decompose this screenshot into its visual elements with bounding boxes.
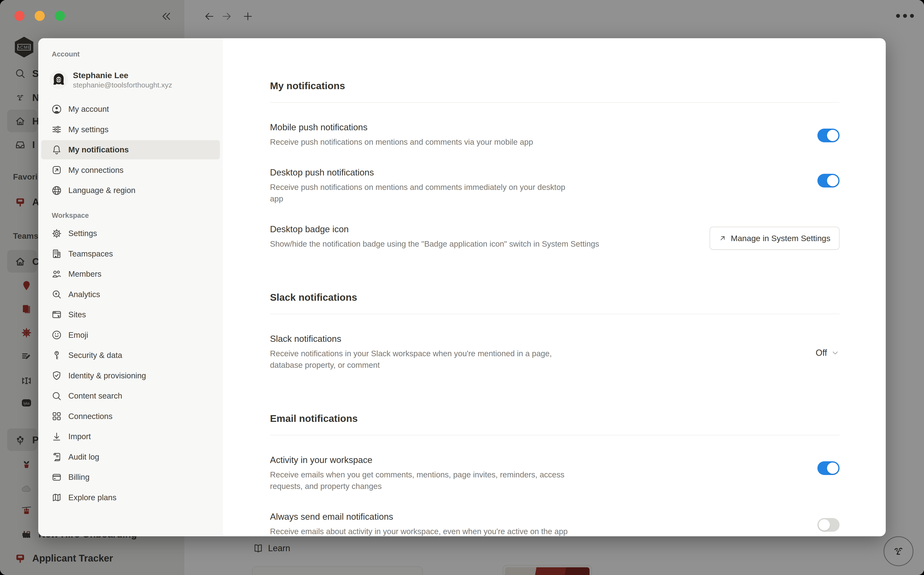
settings-nav-label: Content search — [69, 391, 122, 400]
settings-nav-item[interactable]: Identity & provisioning — [41, 366, 220, 385]
toggle-switch[interactable] — [817, 129, 840, 142]
account-section-header: Account — [41, 50, 220, 58]
settings-nav-item[interactable]: Connections — [41, 407, 220, 426]
settings-nav-item[interactable]: Content search — [41, 386, 220, 405]
settings-nav-item[interactable]: Import — [41, 427, 220, 446]
chevron-down-icon — [831, 349, 840, 357]
window-controls — [14, 11, 65, 21]
settings-nav-item[interactable]: Sites — [41, 305, 220, 324]
download-icon — [51, 431, 62, 442]
setting-label: Always send email notifications — [270, 511, 568, 523]
settings-nav-item[interactable]: Security & data — [41, 346, 220, 365]
magnifier-icon — [51, 391, 62, 402]
toggle-switch[interactable] — [817, 461, 840, 475]
setting-label: Slack notifications — [270, 333, 575, 345]
settings-nav-label: Explore plans — [69, 493, 116, 502]
settings-nav-label: Connections — [69, 412, 112, 421]
browser-icon — [51, 310, 62, 320]
smiley-icon — [51, 330, 62, 340]
section-heading: My notifications — [270, 79, 840, 92]
button-label: Manage in System Settings — [731, 233, 830, 243]
settings-nav-label: My notifications — [69, 145, 129, 154]
globe-icon — [51, 185, 62, 196]
setting-label: Desktop push notifications — [270, 167, 575, 179]
account-settings-nav: My account My settings My notifications … — [41, 100, 220, 200]
card-icon — [51, 472, 62, 483]
dropdown-value: Off — [816, 348, 827, 358]
settings-nav-label: Emoji — [69, 330, 88, 340]
settings-nav-item[interactable]: Language & region — [41, 181, 220, 200]
minimize-window-button[interactable] — [35, 11, 45, 21]
manage-in-system-settings-button[interactable]: Manage in System Settings — [710, 227, 840, 250]
workspace-section-header: Workspace — [41, 211, 220, 219]
setting-description: Receive push notifications on mentions a… — [270, 136, 533, 148]
settings-nav-item[interactable]: Explore plans — [41, 488, 220, 507]
gear-icon — [51, 228, 62, 239]
sliders-icon — [51, 124, 62, 135]
magnifier-sparkle-icon — [51, 289, 62, 300]
toggle-knob — [827, 175, 838, 186]
setting-row: Desktop badge icon Show/hide the notific… — [270, 223, 840, 250]
setting-description: Receive emails when you get comments, me… — [270, 469, 575, 492]
toggle-switch[interactable] — [817, 518, 840, 532]
settings-modal: Account Stephanie Lee stephanie@toolsfor… — [38, 38, 886, 536]
settings-nav-item[interactable]: Settings — [41, 224, 220, 243]
settings-nav-item[interactable]: My notifications — [41, 140, 220, 159]
app-window: ACME S N H I Favori A Teams — [0, 0, 924, 575]
setting-label: Activity in your workspace — [270, 454, 575, 466]
settings-nav-item[interactable]: My account — [41, 100, 220, 119]
settings-nav-label: Teamspaces — [69, 249, 113, 259]
settings-nav-label: Members — [69, 270, 102, 279]
settings-nav-item[interactable]: Analytics — [41, 285, 220, 304]
settings-nav-item[interactable]: Teamspaces — [41, 244, 220, 264]
user-email: stephanie@toolsforthought.xyz — [73, 81, 172, 90]
grid-icon — [51, 411, 62, 422]
settings-nav-label: Identity & provisioning — [69, 371, 146, 380]
settings-nav-label: Billing — [69, 473, 89, 482]
bell-icon — [51, 145, 62, 155]
setting-row: Slack notifications Receive notification… — [270, 333, 840, 371]
settings-nav-label: Audit log — [69, 453, 99, 462]
settings-nav-label: Import — [69, 432, 91, 441]
user-name: Stephanie Lee — [73, 70, 172, 81]
section-divider — [270, 314, 840, 314]
settings-section: My notifications Mobile push notificatio… — [270, 79, 840, 250]
settings-nav-label: Analytics — [69, 290, 100, 299]
settings-nav-label: Sites — [69, 310, 86, 319]
settings-nav-label: Settings — [69, 229, 97, 238]
avatar — [50, 71, 67, 88]
toggle-switch[interactable] — [817, 174, 840, 187]
settings-nav-label: My settings — [69, 125, 108, 134]
settings-nav-item[interactable]: Members — [41, 264, 220, 284]
settings-nav-label: Security & data — [69, 351, 122, 360]
close-window-button[interactable] — [14, 11, 24, 21]
setting-description: Receive push notifications on mentions a… — [270, 181, 575, 205]
setting-label: Mobile push notifications — [270, 121, 533, 133]
settings-nav-item[interactable]: My connections — [41, 160, 220, 180]
setting-description: Show/hide the notification badge using t… — [270, 238, 599, 250]
zoom-window-button[interactable] — [55, 11, 65, 21]
user-profile[interactable]: Stephanie Lee stephanie@toolsforthought.… — [41, 67, 220, 92]
settings-nav-item[interactable]: Billing — [41, 467, 220, 487]
setting-row: Always send email notifications Receive … — [270, 511, 840, 536]
settings-nav-item[interactable]: My settings — [41, 120, 220, 139]
toggle-knob — [827, 462, 838, 474]
section-heading: Slack notifications — [270, 291, 840, 303]
settings-nav-item[interactable]: Audit log — [41, 447, 220, 467]
settings-nav-label: My connections — [69, 166, 123, 175]
settings-nav-item[interactable]: Emoji — [41, 326, 220, 345]
settings-sidebar: Account Stephanie Lee stephanie@toolsfor… — [38, 38, 223, 536]
workspace-settings-nav: Settings Teamspaces Members Analytics Si… — [41, 224, 220, 507]
toggle-knob — [819, 519, 830, 531]
settings-nav-label: Language & region — [69, 186, 135, 195]
settings-content: My notifications Mobile push notificatio… — [223, 38, 886, 536]
settings-nav-label: My account — [69, 105, 109, 114]
arrow-up-right-icon — [719, 234, 726, 242]
slack-notifications-dropdown[interactable]: Off — [816, 348, 840, 358]
shield-check-icon — [51, 370, 62, 381]
setting-description: Receive notifications in your Slack work… — [270, 348, 575, 371]
settings-section: Email notifications Activity in your wor… — [270, 412, 840, 536]
section-divider — [270, 102, 840, 103]
section-divider — [270, 435, 840, 435]
map-icon — [51, 492, 62, 503]
